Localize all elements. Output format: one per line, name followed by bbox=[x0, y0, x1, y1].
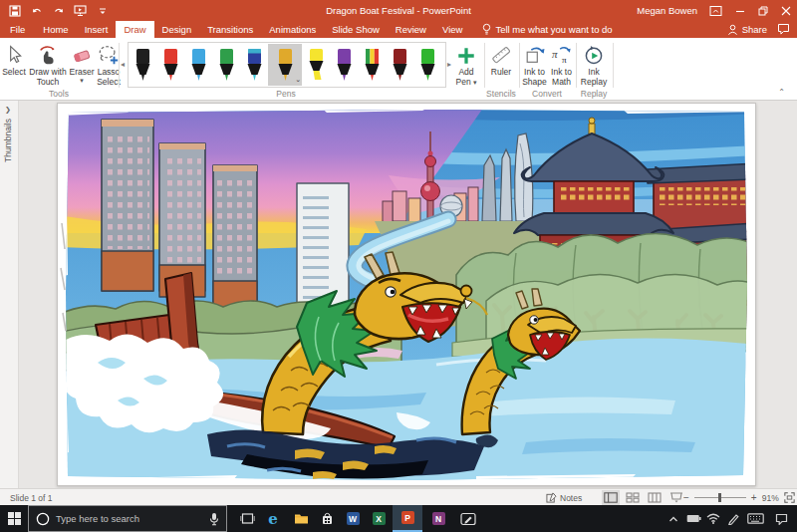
tab-home[interactable]: Home bbox=[35, 21, 76, 38]
ink-to-shape-icon bbox=[521, 40, 548, 66]
zoom-percent[interactable]: 91% bbox=[762, 493, 779, 503]
normal-view-button[interactable] bbox=[602, 490, 620, 505]
file-explorer-icon[interactable] bbox=[289, 505, 313, 532]
maroon-pen[interactable] bbox=[386, 44, 413, 86]
powerpoint-icon-active[interactable]: P bbox=[393, 505, 422, 532]
reading-view-button[interactable] bbox=[646, 490, 664, 505]
add-pen-dropdown-caret[interactable]: ▾ bbox=[473, 79, 477, 86]
store-icon[interactable] bbox=[315, 505, 339, 532]
zoom-slider-thumb[interactable] bbox=[718, 493, 721, 502]
tell-me-box[interactable]: Tell me what you want to do bbox=[482, 21, 612, 38]
ink-to-shape-button[interactable]: Ink to Shape bbox=[521, 40, 548, 94]
share-person-icon bbox=[727, 24, 738, 36]
group-label-stencils: Stencils bbox=[484, 89, 518, 99]
close-icon[interactable] bbox=[781, 6, 791, 16]
group-label-pens: Pens bbox=[128, 89, 444, 99]
hidden-icons-chevron[interactable] bbox=[664, 505, 683, 532]
galaxy-pen[interactable] bbox=[240, 44, 268, 86]
whiteboard-icon[interactable] bbox=[454, 505, 482, 532]
pen-gallery: ⌄ bbox=[128, 42, 446, 88]
pens-scroll-left-icon[interactable]: ◂ bbox=[121, 60, 125, 69]
select-button[interactable]: Select bbox=[0, 40, 28, 94]
ink-replay-icon bbox=[578, 40, 610, 66]
excel-icon[interactable]: X bbox=[367, 505, 391, 532]
tab-review[interactable]: Review bbox=[388, 21, 434, 38]
tab-insert[interactable]: Insert bbox=[77, 21, 117, 38]
eraser-button[interactable]: Eraser ▾ bbox=[68, 40, 96, 94]
tab-view[interactable]: View bbox=[434, 21, 470, 38]
edge-icon[interactable]: e bbox=[261, 505, 285, 532]
signed-in-user[interactable]: Megan Bowen bbox=[637, 0, 697, 21]
add-pen-button[interactable]: Add Pen ▾ bbox=[450, 40, 482, 94]
ribbon-tab-row: File Home Insert Draw Design Transitions… bbox=[0, 21, 797, 38]
zoom-slider[interactable] bbox=[694, 493, 746, 502]
eraser-dropdown-caret[interactable]: ▾ bbox=[68, 77, 96, 85]
slide-sorter-view-button[interactable] bbox=[624, 490, 642, 505]
margin-scuffs bbox=[61, 223, 66, 331]
bright-green-pen[interactable] bbox=[413, 44, 441, 86]
eraser-icon bbox=[68, 40, 96, 66]
notes-button[interactable]: Notes bbox=[546, 489, 582, 506]
comments-icon[interactable] bbox=[777, 23, 790, 35]
fit-slide-to-window-icon[interactable] bbox=[784, 492, 795, 503]
action-center-icon[interactable] bbox=[769, 505, 793, 532]
purple-pencil[interactable] bbox=[330, 44, 358, 86]
taskbar-search[interactable]: Type here to search bbox=[28, 505, 227, 532]
touch-keyboard-icon[interactable] bbox=[743, 505, 767, 532]
black-pen[interactable] bbox=[129, 44, 156, 86]
share-button[interactable]: Share bbox=[727, 21, 767, 38]
select-cursor-icon bbox=[0, 40, 28, 66]
battery-icon[interactable] bbox=[683, 505, 703, 532]
zoom-out-icon[interactable]: − bbox=[683, 492, 689, 503]
microphone-icon[interactable] bbox=[209, 512, 219, 526]
red-pen[interactable] bbox=[156, 44, 184, 86]
notes-icon bbox=[546, 492, 557, 503]
rainbow-pen[interactable] bbox=[358, 44, 386, 86]
search-placeholder: Type here to search bbox=[56, 513, 203, 524]
title-bar: Dragon Boat Festival - PowerPoint Megan … bbox=[0, 0, 797, 21]
tab-transitions[interactable]: Transitions bbox=[199, 21, 261, 38]
ink-to-math-button[interactable]: ππ Ink to Math bbox=[548, 40, 575, 94]
thumbnails-label: Thumbnails bbox=[3, 119, 13, 162]
expand-thumbnails-icon[interactable]: ❯ bbox=[5, 106, 11, 114]
task-view-button[interactable] bbox=[235, 505, 259, 532]
pen-icon[interactable] bbox=[723, 505, 743, 532]
group-label-convert: Convert bbox=[519, 89, 575, 99]
cortana-icon bbox=[36, 512, 50, 526]
svg-text:π: π bbox=[551, 48, 557, 60]
ribbon: Select Draw with Touch Eraser ▾ Lasso Se… bbox=[0, 38, 797, 101]
green-pencil[interactable] bbox=[212, 44, 240, 86]
draw-with-touch-button[interactable]: Draw with Touch bbox=[28, 40, 68, 94]
tab-animations[interactable]: Animations bbox=[261, 21, 324, 38]
yellow-highlighter[interactable] bbox=[302, 44, 330, 86]
zoom-in-icon[interactable]: + bbox=[751, 492, 757, 503]
group-label-tools: Tools bbox=[0, 89, 118, 99]
svg-text:π: π bbox=[562, 55, 567, 65]
slide-canvas[interactable] bbox=[57, 103, 756, 486]
editing-area: ❯ Thumbnails bbox=[0, 101, 797, 488]
wifi-icon[interactable] bbox=[703, 505, 723, 532]
slide-indicator: Slide 1 of 1 bbox=[10, 489, 53, 506]
restore-icon[interactable] bbox=[758, 6, 768, 16]
slide-illustration bbox=[58, 104, 755, 485]
ribbon-display-options-icon[interactable] bbox=[709, 5, 722, 17]
onenote-icon[interactable]: N bbox=[426, 505, 450, 532]
minimize-icon[interactable] bbox=[735, 6, 745, 16]
tab-design[interactable]: Design bbox=[154, 21, 200, 38]
tab-slide-show[interactable]: Slide Show bbox=[324, 21, 388, 38]
start-button[interactable] bbox=[0, 505, 28, 532]
add-pen-plus-icon bbox=[450, 40, 482, 66]
blue-pencil[interactable] bbox=[184, 44, 212, 86]
ink-replay-button[interactable]: Ink Replay bbox=[578, 40, 610, 94]
pen-options-caret[interactable]: ⌄ bbox=[295, 76, 301, 84]
ruler-button[interactable]: Ruler bbox=[486, 40, 516, 94]
tab-file[interactable]: File bbox=[0, 21, 35, 38]
ruler-icon bbox=[486, 40, 516, 66]
taskbar: Type here to search e W X P N bbox=[0, 505, 797, 532]
word-icon[interactable]: W bbox=[341, 505, 365, 532]
gold-pen[interactable]: ⌄ bbox=[268, 44, 302, 86]
collapse-ribbon-icon[interactable]: ⌃ bbox=[778, 88, 785, 97]
thumbnails-panel[interactable]: ❯ Thumbnails bbox=[0, 101, 19, 488]
tab-draw[interactable]: Draw bbox=[116, 21, 153, 38]
group-label-replay: Replay bbox=[576, 89, 612, 99]
